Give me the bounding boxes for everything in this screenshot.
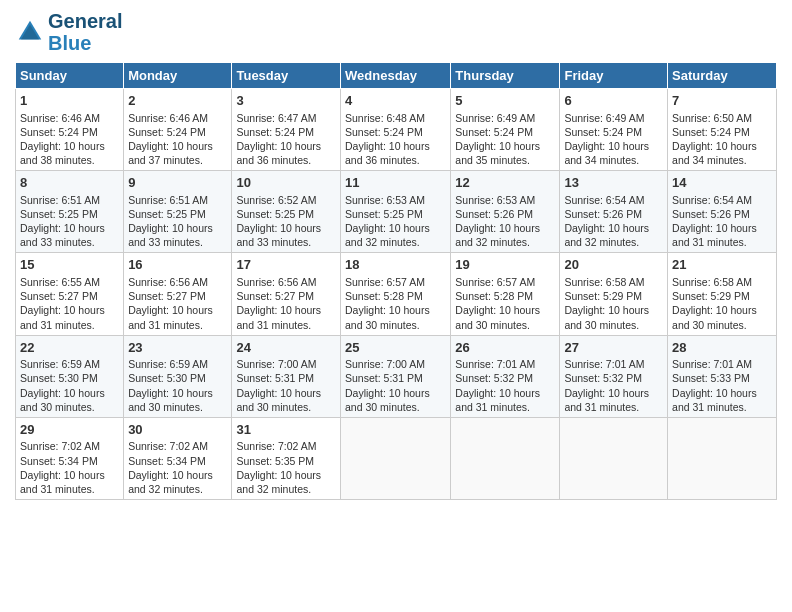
day-number: 16 — [128, 256, 227, 274]
day-number: 17 — [236, 256, 336, 274]
day-number: 31 — [236, 421, 336, 439]
logo-text-line2: Blue — [48, 32, 122, 54]
calendar-cell: 13Sunrise: 6:54 AMSunset: 5:26 PMDayligh… — [560, 171, 668, 253]
calendar-cell: 20Sunrise: 6:58 AMSunset: 5:29 PMDayligh… — [560, 253, 668, 335]
day-number: 24 — [236, 339, 336, 357]
day-number: 30 — [128, 421, 227, 439]
logo-icon — [15, 17, 45, 47]
calendar-cell: 16Sunrise: 6:56 AMSunset: 5:27 PMDayligh… — [124, 253, 232, 335]
day-number: 19 — [455, 256, 555, 274]
calendar-cell: 12Sunrise: 6:53 AMSunset: 5:26 PMDayligh… — [451, 171, 560, 253]
day-number: 12 — [455, 174, 555, 192]
calendar-cell: 22Sunrise: 6:59 AMSunset: 5:30 PMDayligh… — [16, 335, 124, 417]
calendar-cell: 19Sunrise: 6:57 AMSunset: 5:28 PMDayligh… — [451, 253, 560, 335]
calendar-cell: 7Sunrise: 6:50 AMSunset: 5:24 PMDaylight… — [668, 89, 777, 171]
calendar-cell: 3Sunrise: 6:47 AMSunset: 5:24 PMDaylight… — [232, 89, 341, 171]
calendar-cell: 8Sunrise: 6:51 AMSunset: 5:25 PMDaylight… — [16, 171, 124, 253]
calendar-header-row: SundayMondayTuesdayWednesdayThursdayFrid… — [16, 63, 777, 89]
calendar-cell — [341, 417, 451, 499]
day-number: 28 — [672, 339, 772, 357]
col-header-monday: Monday — [124, 63, 232, 89]
day-number: 5 — [455, 92, 555, 110]
calendar-cell: 24Sunrise: 7:00 AMSunset: 5:31 PMDayligh… — [232, 335, 341, 417]
day-number: 27 — [564, 339, 663, 357]
calendar-cell: 23Sunrise: 6:59 AMSunset: 5:30 PMDayligh… — [124, 335, 232, 417]
day-number: 20 — [564, 256, 663, 274]
calendar-cell: 26Sunrise: 7:01 AMSunset: 5:32 PMDayligh… — [451, 335, 560, 417]
calendar-cell: 6Sunrise: 6:49 AMSunset: 5:24 PMDaylight… — [560, 89, 668, 171]
day-number: 7 — [672, 92, 772, 110]
calendar-cell — [560, 417, 668, 499]
calendar-cell: 11Sunrise: 6:53 AMSunset: 5:25 PMDayligh… — [341, 171, 451, 253]
calendar-cell: 25Sunrise: 7:00 AMSunset: 5:31 PMDayligh… — [341, 335, 451, 417]
calendar-cell — [451, 417, 560, 499]
day-number: 10 — [236, 174, 336, 192]
calendar-cell: 21Sunrise: 6:58 AMSunset: 5:29 PMDayligh… — [668, 253, 777, 335]
day-number: 13 — [564, 174, 663, 192]
logo: General Blue — [15, 10, 122, 54]
calendar-cell: 4Sunrise: 6:48 AMSunset: 5:24 PMDaylight… — [341, 89, 451, 171]
col-header-friday: Friday — [560, 63, 668, 89]
col-header-saturday: Saturday — [668, 63, 777, 89]
day-number: 22 — [20, 339, 119, 357]
calendar-cell: 5Sunrise: 6:49 AMSunset: 5:24 PMDaylight… — [451, 89, 560, 171]
day-number: 8 — [20, 174, 119, 192]
day-number: 6 — [564, 92, 663, 110]
calendar-cell: 2Sunrise: 6:46 AMSunset: 5:24 PMDaylight… — [124, 89, 232, 171]
calendar-cell: 15Sunrise: 6:55 AMSunset: 5:27 PMDayligh… — [16, 253, 124, 335]
calendar-cell: 29Sunrise: 7:02 AMSunset: 5:34 PMDayligh… — [16, 417, 124, 499]
day-number: 2 — [128, 92, 227, 110]
calendar-table: SundayMondayTuesdayWednesdayThursdayFrid… — [15, 62, 777, 500]
calendar-cell: 27Sunrise: 7:01 AMSunset: 5:32 PMDayligh… — [560, 335, 668, 417]
calendar-cell: 17Sunrise: 6:56 AMSunset: 5:27 PMDayligh… — [232, 253, 341, 335]
day-number: 21 — [672, 256, 772, 274]
header: General Blue — [15, 10, 777, 54]
col-header-thursday: Thursday — [451, 63, 560, 89]
day-number: 25 — [345, 339, 446, 357]
day-number: 23 — [128, 339, 227, 357]
calendar-cell — [668, 417, 777, 499]
page-container: General Blue SundayMondayTuesdayWednesda… — [0, 0, 792, 510]
day-number: 18 — [345, 256, 446, 274]
calendar-cell: 1Sunrise: 6:46 AMSunset: 5:24 PMDaylight… — [16, 89, 124, 171]
day-number: 3 — [236, 92, 336, 110]
col-header-wednesday: Wednesday — [341, 63, 451, 89]
day-number: 1 — [20, 92, 119, 110]
day-number: 14 — [672, 174, 772, 192]
day-number: 15 — [20, 256, 119, 274]
calendar-cell: 28Sunrise: 7:01 AMSunset: 5:33 PMDayligh… — [668, 335, 777, 417]
calendar-cell: 18Sunrise: 6:57 AMSunset: 5:28 PMDayligh… — [341, 253, 451, 335]
col-header-tuesday: Tuesday — [232, 63, 341, 89]
logo-text-line1: General — [48, 10, 122, 32]
calendar-cell: 31Sunrise: 7:02 AMSunset: 5:35 PMDayligh… — [232, 417, 341, 499]
calendar-cell: 14Sunrise: 6:54 AMSunset: 5:26 PMDayligh… — [668, 171, 777, 253]
calendar-cell: 9Sunrise: 6:51 AMSunset: 5:25 PMDaylight… — [124, 171, 232, 253]
day-number: 26 — [455, 339, 555, 357]
calendar-cell: 10Sunrise: 6:52 AMSunset: 5:25 PMDayligh… — [232, 171, 341, 253]
day-number: 4 — [345, 92, 446, 110]
day-number: 29 — [20, 421, 119, 439]
col-header-sunday: Sunday — [16, 63, 124, 89]
day-number: 11 — [345, 174, 446, 192]
calendar-cell: 30Sunrise: 7:02 AMSunset: 5:34 PMDayligh… — [124, 417, 232, 499]
day-number: 9 — [128, 174, 227, 192]
